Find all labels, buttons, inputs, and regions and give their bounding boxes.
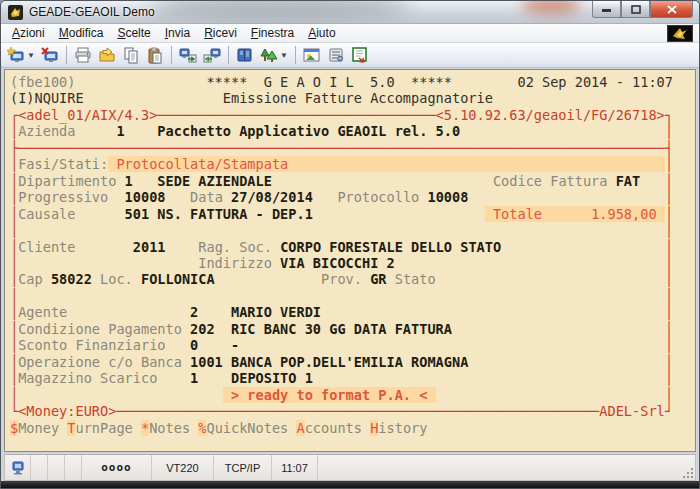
terminal-row: │ > ready to format P.A. < │ bbox=[10, 387, 695, 403]
screen-capture-icon[interactable] bbox=[301, 45, 323, 66]
paste-icon[interactable] bbox=[144, 45, 166, 66]
statusbar-terminal-type: VT220 bbox=[152, 455, 214, 480]
toolbar-separator bbox=[66, 46, 67, 64]
window-title: GEADE-GEAOIL Demo bbox=[29, 5, 155, 19]
statusbar-cell bbox=[48, 455, 65, 480]
statusbar-time: 11:07 bbox=[272, 455, 318, 480]
statusbar-leds: oooo bbox=[82, 455, 152, 480]
toolbar-separator bbox=[171, 46, 172, 64]
terminal-row: │Fasi/Stati: Protocollata/Stampata │ bbox=[10, 156, 695, 172]
download-from-host-icon[interactable] bbox=[201, 45, 223, 66]
menu-item-azioni[interactable]: Azioni bbox=[5, 25, 52, 41]
terminal-row: │Condizione Pagamento 202 RIC BANC 30 GG… bbox=[10, 321, 695, 337]
print-icon[interactable] bbox=[72, 45, 94, 66]
app-icon bbox=[8, 5, 23, 20]
app-window: GEADE-GEAOIL Demo AzioniModificaScelteIn… bbox=[0, 0, 700, 489]
close-button[interactable] bbox=[650, 1, 693, 18]
dropdown-caret-icon[interactable]: ▼ bbox=[280, 51, 288, 60]
resize-grip[interactable] bbox=[682, 467, 694, 479]
menu-item-scelte[interactable]: Scelte bbox=[110, 25, 157, 41]
terminal-connection-icon bbox=[5, 455, 31, 480]
window-buttons bbox=[592, 1, 693, 18]
titlebar-glass-blur-orange bbox=[521, 1, 581, 13]
terminal-row: └<Money:EURO>───────────────────────────… bbox=[10, 403, 695, 419]
statusbar: oooo VT220 TCP/IP 11:07 bbox=[4, 454, 696, 481]
terminal-row: │ │ bbox=[10, 288, 695, 304]
terminal-row: ├───────────────────────────────────────… bbox=[10, 140, 695, 156]
disconnect-icon[interactable] bbox=[39, 45, 61, 66]
terminal-row: $Money TurnPage *Notes %QuickNotes Accou… bbox=[10, 420, 695, 436]
terminal-row: │Azienda 1 Pacchetto Applicativo GEAOIL … bbox=[10, 123, 695, 139]
statusbar-protocol: TCP/IP bbox=[214, 455, 272, 480]
terminal-row: (fbe100) ***** G E A O I L 5.0 ***** 02 … bbox=[10, 74, 695, 90]
titlebar-glass-blur bbox=[151, 1, 411, 19]
menu-item-aiuto[interactable]: Aiuto bbox=[301, 25, 342, 41]
window-bottom-edge bbox=[1, 481, 699, 488]
chart-icon[interactable] bbox=[258, 45, 280, 66]
statusbar-cell bbox=[318, 455, 695, 480]
script-icon[interactable] bbox=[349, 45, 371, 66]
menu-item-invia[interactable]: Invia bbox=[158, 25, 197, 41]
menubar: AzioniModificaScelteInviaRiceviFinestraA… bbox=[1, 24, 699, 43]
titlebar[interactable]: GEADE-GEAOIL Demo bbox=[1, 1, 699, 24]
terminal-frame: (fbe100) ***** G E A O I L 5.0 ***** 02 … bbox=[4, 69, 696, 452]
terminal-screen[interactable]: (fbe100) ***** G E A O I L 5.0 ***** 02 … bbox=[5, 70, 695, 436]
dropdown-caret-icon[interactable]: ▼ bbox=[27, 51, 35, 60]
connect-icon[interactable] bbox=[5, 45, 27, 66]
toolbar-separator bbox=[295, 46, 296, 64]
terminal-row: │Magazzino Scarico 1 DEPOSITO 1 │ bbox=[10, 370, 695, 386]
statusbar-cell bbox=[65, 455, 82, 480]
terminal-row: │Cliente 2011 Rag. Soc. CORPO FORESTALE … bbox=[10, 239, 695, 255]
menu-item-modifica[interactable]: Modifica bbox=[52, 25, 111, 41]
maximize-button[interactable] bbox=[621, 1, 650, 18]
terminal-row: │ │ bbox=[10, 222, 695, 238]
menu-item-ricevi[interactable]: Ricevi bbox=[197, 25, 244, 41]
toolbar: ▼▼ bbox=[1, 43, 699, 68]
terminal-row: │Cap 58022 Loc. FOLLONICA Prov. GR Stato… bbox=[10, 271, 695, 287]
toolbar-separator bbox=[228, 46, 229, 64]
minimize-button[interactable] bbox=[592, 1, 621, 18]
copy-icon[interactable] bbox=[120, 45, 142, 66]
gold-bird-logo-icon bbox=[667, 25, 693, 42]
terminal-row: ┌<adel_01/AIX/4.3>──────────────────────… bbox=[10, 107, 695, 123]
terminal-row: │Causale 501 NS. FATTURA - DEP.1 Totale … bbox=[10, 206, 695, 222]
terminal-row: │Dipartimento 1 SEDE AZIENDALE Codice Fa… bbox=[10, 173, 695, 189]
terminal-row: │Progressivo 10008 Data 27/08/2014 Proto… bbox=[10, 189, 695, 205]
address-book-icon[interactable] bbox=[234, 45, 256, 66]
terminal-row: │ Indirizzo VIA BICOCCHI 2 │ bbox=[10, 255, 695, 271]
upload-to-host-icon[interactable] bbox=[177, 45, 199, 66]
terminal-row: │Sconto Finanziario 0 - │ bbox=[10, 337, 695, 353]
send-file-icon[interactable] bbox=[96, 45, 118, 66]
properties-icon[interactable] bbox=[325, 45, 347, 66]
menu-item-finestra[interactable]: Finestra bbox=[244, 25, 301, 41]
terminal-row: │Operazione c/o Banca 1001 BANCA POP.DEL… bbox=[10, 354, 695, 370]
terminal-row: (I)NQUIRE Emissione Fatture Accompagnato… bbox=[10, 90, 695, 106]
statusbar-cell bbox=[31, 455, 48, 480]
terminal-row: │Agente 2 MARIO VERDI │ bbox=[10, 304, 695, 320]
